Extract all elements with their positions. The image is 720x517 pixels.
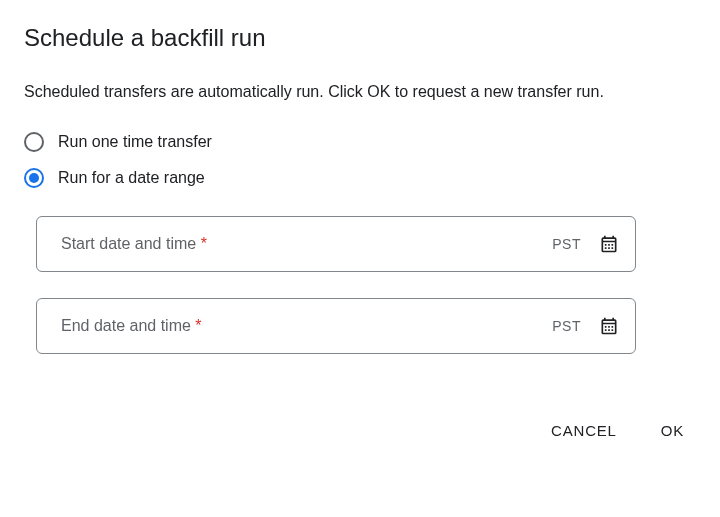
radio-label-date-range: Run for a date range [58,169,205,187]
calendar-icon [599,234,619,254]
date-range-fields: Start date and time * PST End date and t… [24,216,696,354]
end-datetime-field[interactable]: End date and time * PST [36,298,636,354]
radio-checked-icon [24,168,44,188]
calendar-icon [599,316,619,336]
start-timezone-label: PST [552,236,581,252]
run-type-radio-group: Run one time transfer Run for a date ran… [24,132,696,188]
dialog-title: Schedule a backfill run [24,24,696,52]
dialog-actions: CANCEL OK [24,414,696,447]
dialog-description: Scheduled transfers are automatically ru… [24,80,696,104]
radio-unchecked-icon [24,132,44,152]
ok-button[interactable]: OK [657,414,688,447]
end-timezone-label: PST [552,318,581,334]
radio-option-date-range[interactable]: Run for a date range [24,168,696,188]
start-datetime-field[interactable]: Start date and time * PST [36,216,636,272]
start-datetime-label: Start date and time * [61,235,552,253]
cancel-button[interactable]: CANCEL [547,414,621,447]
svg-point-2 [29,173,39,183]
radio-option-one-time[interactable]: Run one time transfer [24,132,696,152]
required-asterisk: * [195,317,201,334]
svg-point-0 [25,133,43,151]
required-asterisk: * [201,235,207,252]
radio-label-one-time: Run one time transfer [58,133,212,151]
end-datetime-label: End date and time * [61,317,552,335]
